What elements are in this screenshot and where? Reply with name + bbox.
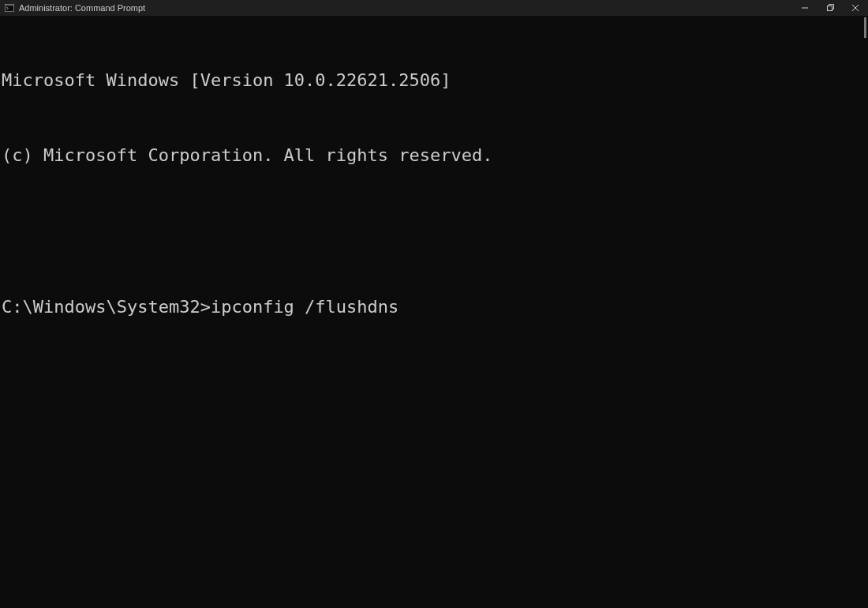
titlebar[interactable]: Administrator: Command Prompt <box>0 0 868 16</box>
close-icon <box>851 4 859 12</box>
svg-rect-3 <box>828 6 832 11</box>
cmd-icon <box>5 3 14 13</box>
prompt-line: C:\Windows\System32>ipconfig /flushdns <box>2 295 866 320</box>
maximize-button[interactable] <box>817 0 843 16</box>
terminal-area[interactable]: Microsoft Windows [Version 10.0.22621.25… <box>0 16 868 608</box>
scrollbar-thumb[interactable] <box>864 17 866 38</box>
command-input[interactable]: ipconfig /flushdns <box>211 297 398 317</box>
blank-line <box>2 219 866 244</box>
banner-line-1: Microsoft Windows [Version 10.0.22621.25… <box>2 68 866 93</box>
banner-line-2: (c) Microsoft Corporation. All rights re… <box>2 143 866 168</box>
maximize-icon <box>826 4 834 12</box>
titlebar-left: Administrator: Command Prompt <box>3 3 145 13</box>
window-title: Administrator: Command Prompt <box>19 3 145 13</box>
minimize-button[interactable] <box>792 0 817 16</box>
close-button[interactable] <box>843 0 868 16</box>
prompt: C:\Windows\System32> <box>2 297 211 317</box>
svg-rect-1 <box>6 5 14 6</box>
window-controls <box>792 0 868 16</box>
minimize-icon <box>801 4 809 12</box>
